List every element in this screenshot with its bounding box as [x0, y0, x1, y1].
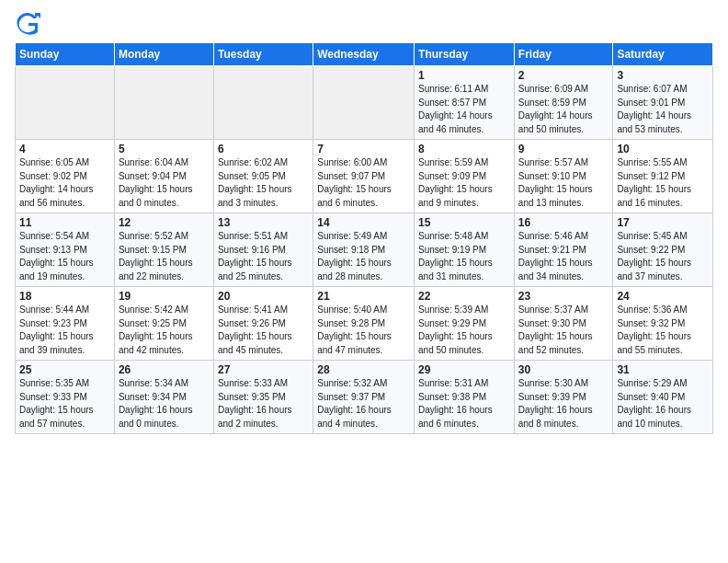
day-number: 2	[518, 69, 609, 82]
day-info: Sunrise: 5:33 AM Sunset: 9:35 PM Dayligh…	[218, 377, 309, 431]
day-info: Sunrise: 6:07 AM Sunset: 9:01 PM Dayligh…	[617, 83, 709, 136]
day-info: Sunrise: 5:45 AM Sunset: 9:22 PM Dayligh…	[617, 230, 709, 283]
calendar-cell	[213, 66, 313, 140]
weekday-header-saturday: Saturday	[613, 43, 713, 66]
calendar-cell: 15Sunrise: 5:48 AM Sunset: 9:19 PM Dayli…	[415, 213, 515, 287]
day-number: 8	[418, 143, 510, 155]
calendar-cell: 29Sunrise: 5:31 AM Sunset: 9:38 PM Dayli…	[415, 361, 515, 434]
calendar-cell: 12Sunrise: 5:52 AM Sunset: 9:15 PM Dayli…	[114, 213, 213, 287]
day-number: 28	[317, 363, 410, 376]
day-number: 27	[218, 363, 309, 376]
day-number: 29	[418, 363, 510, 376]
day-number: 26	[119, 363, 210, 376]
day-info: Sunrise: 5:30 AM Sunset: 9:39 PM Dayligh…	[518, 377, 609, 431]
day-number: 22	[418, 290, 510, 303]
day-info: Sunrise: 6:05 AM Sunset: 9:02 PM Dayligh…	[19, 156, 110, 210]
page: SundayMondayTuesdayWednesdayThursdayFrid…	[0, 0, 728, 563]
calendar-cell: 21Sunrise: 5:40 AM Sunset: 9:28 PM Dayli…	[313, 287, 415, 361]
calendar-cell: 10Sunrise: 5:55 AM Sunset: 9:12 PM Dayli…	[613, 140, 713, 213]
calendar-cell: 13Sunrise: 5:51 AM Sunset: 9:16 PM Dayli…	[213, 213, 313, 287]
day-info: Sunrise: 6:09 AM Sunset: 8:59 PM Dayligh…	[518, 83, 609, 136]
day-number: 3	[617, 69, 709, 82]
calendar-cell: 22Sunrise: 5:39 AM Sunset: 9:29 PM Dayli…	[415, 287, 515, 361]
day-info: Sunrise: 6:11 AM Sunset: 8:57 PM Dayligh…	[418, 83, 510, 136]
calendar-cell: 2Sunrise: 6:09 AM Sunset: 8:59 PM Daylig…	[514, 66, 613, 140]
day-info: Sunrise: 5:40 AM Sunset: 9:28 PM Dayligh…	[317, 304, 410, 357]
day-number: 6	[218, 143, 309, 155]
calendar-cell: 31Sunrise: 5:29 AM Sunset: 9:40 PM Dayli…	[613, 361, 713, 434]
day-info: Sunrise: 6:02 AM Sunset: 9:05 PM Dayligh…	[218, 156, 309, 210]
day-number: 23	[518, 290, 609, 303]
calendar-cell: 17Sunrise: 5:45 AM Sunset: 9:22 PM Dayli…	[613, 213, 713, 287]
weekday-header-friday: Friday	[514, 43, 613, 66]
day-number: 31	[617, 363, 709, 376]
day-number: 20	[218, 290, 309, 303]
calendar-cell: 30Sunrise: 5:30 AM Sunset: 9:39 PM Dayli…	[514, 361, 613, 434]
calendar-cell: 5Sunrise: 6:04 AM Sunset: 9:04 PM Daylig…	[114, 140, 213, 213]
day-info: Sunrise: 5:31 AM Sunset: 9:38 PM Dayligh…	[418, 377, 510, 431]
weekday-header-tuesday: Tuesday	[213, 43, 313, 66]
day-number: 25	[19, 363, 110, 376]
day-info: Sunrise: 5:57 AM Sunset: 9:10 PM Dayligh…	[518, 156, 609, 210]
day-number: 11	[19, 216, 110, 229]
day-number: 12	[119, 216, 210, 229]
calendar-header: SundayMondayTuesdayWednesdayThursdayFrid…	[16, 43, 713, 66]
calendar-cell: 3Sunrise: 6:07 AM Sunset: 9:01 PM Daylig…	[613, 66, 713, 140]
calendar-cell: 20Sunrise: 5:41 AM Sunset: 9:26 PM Dayli…	[213, 287, 313, 361]
calendar-cell: 18Sunrise: 5:44 AM Sunset: 9:23 PM Dayli…	[16, 287, 115, 361]
calendar-table: SundayMondayTuesdayWednesdayThursdayFrid…	[15, 42, 713, 434]
day-info: Sunrise: 5:54 AM Sunset: 9:13 PM Dayligh…	[19, 230, 110, 283]
calendar-cell: 19Sunrise: 5:42 AM Sunset: 9:25 PM Dayli…	[114, 287, 213, 361]
weekday-header-thursday: Thursday	[415, 43, 515, 66]
day-info: Sunrise: 5:46 AM Sunset: 9:21 PM Dayligh…	[518, 230, 609, 283]
calendar-week-4: 18Sunrise: 5:44 AM Sunset: 9:23 PM Dayli…	[16, 287, 713, 361]
day-info: Sunrise: 5:51 AM Sunset: 9:16 PM Dayligh…	[218, 230, 309, 283]
calendar-cell: 4Sunrise: 6:05 AM Sunset: 9:02 PM Daylig…	[16, 140, 115, 213]
day-number: 21	[317, 290, 410, 303]
day-number: 18	[19, 290, 110, 303]
day-number: 15	[418, 216, 510, 229]
calendar-cell: 23Sunrise: 5:37 AM Sunset: 9:30 PM Dayli…	[514, 287, 613, 361]
calendar-cell	[114, 66, 213, 140]
day-info: Sunrise: 5:36 AM Sunset: 9:32 PM Dayligh…	[617, 304, 709, 357]
day-number: 7	[317, 143, 410, 155]
calendar-cell	[313, 66, 415, 140]
calendar-cell: 27Sunrise: 5:33 AM Sunset: 9:35 PM Dayli…	[213, 361, 313, 434]
day-info: Sunrise: 5:55 AM Sunset: 9:12 PM Dayligh…	[617, 156, 709, 210]
calendar-cell: 28Sunrise: 5:32 AM Sunset: 9:37 PM Dayli…	[313, 361, 415, 434]
calendar-cell: 9Sunrise: 5:57 AM Sunset: 9:10 PM Daylig…	[514, 140, 613, 213]
day-number: 30	[518, 363, 609, 376]
calendar-week-2: 4Sunrise: 6:05 AM Sunset: 9:02 PM Daylig…	[16, 140, 713, 213]
calendar-week-5: 25Sunrise: 5:35 AM Sunset: 9:33 PM Dayli…	[16, 361, 713, 434]
day-info: Sunrise: 5:37 AM Sunset: 9:30 PM Dayligh…	[518, 304, 609, 357]
day-number: 16	[518, 216, 609, 229]
day-info: Sunrise: 5:39 AM Sunset: 9:29 PM Dayligh…	[418, 304, 510, 357]
day-info: Sunrise: 5:32 AM Sunset: 9:37 PM Dayligh…	[317, 377, 410, 431]
calendar-cell: 14Sunrise: 5:49 AM Sunset: 9:18 PM Dayli…	[313, 213, 415, 287]
header	[15, 9, 713, 35]
weekday-header-monday: Monday	[114, 43, 213, 66]
day-info: Sunrise: 5:34 AM Sunset: 9:34 PM Dayligh…	[119, 377, 210, 431]
weekday-header-sunday: Sunday	[16, 43, 115, 66]
calendar-cell	[16, 66, 115, 140]
day-number: 14	[317, 216, 410, 229]
day-number: 1	[418, 69, 510, 82]
day-number: 10	[617, 143, 709, 155]
day-info: Sunrise: 5:49 AM Sunset: 9:18 PM Dayligh…	[317, 230, 410, 283]
day-number: 9	[518, 143, 609, 155]
calendar-cell: 7Sunrise: 6:00 AM Sunset: 9:07 PM Daylig…	[313, 140, 415, 213]
day-info: Sunrise: 6:00 AM Sunset: 9:07 PM Dayligh…	[317, 156, 410, 210]
calendar-cell: 8Sunrise: 5:59 AM Sunset: 9:09 PM Daylig…	[415, 140, 515, 213]
day-number: 24	[617, 290, 709, 303]
calendar-cell: 25Sunrise: 5:35 AM Sunset: 9:33 PM Dayli…	[16, 361, 115, 434]
day-info: Sunrise: 6:04 AM Sunset: 9:04 PM Dayligh…	[119, 156, 210, 210]
calendar-cell: 1Sunrise: 6:11 AM Sunset: 8:57 PM Daylig…	[415, 66, 515, 140]
day-info: Sunrise: 5:44 AM Sunset: 9:23 PM Dayligh…	[19, 304, 110, 357]
calendar-week-1: 1Sunrise: 6:11 AM Sunset: 8:57 PM Daylig…	[16, 66, 713, 140]
day-number: 5	[119, 143, 210, 155]
day-info: Sunrise: 5:59 AM Sunset: 9:09 PM Dayligh…	[418, 156, 510, 210]
calendar-cell: 6Sunrise: 6:02 AM Sunset: 9:05 PM Daylig…	[213, 140, 313, 213]
day-info: Sunrise: 5:48 AM Sunset: 9:19 PM Dayligh…	[418, 230, 510, 283]
day-number: 19	[119, 290, 210, 303]
day-info: Sunrise: 5:41 AM Sunset: 9:26 PM Dayligh…	[218, 304, 309, 357]
